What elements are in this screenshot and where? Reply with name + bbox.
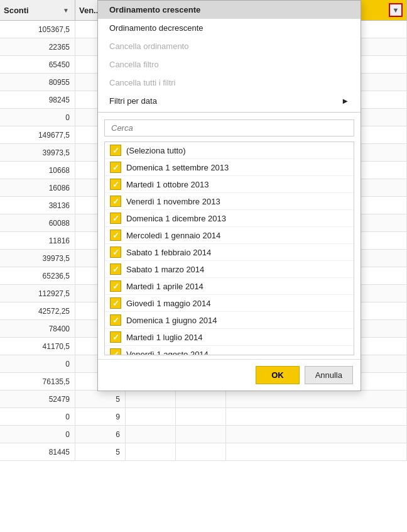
checkbox-check: ✓ — [112, 147, 119, 155]
checkbox-label: Sabato 1 febbraio 2014 — [126, 248, 211, 257]
checkbox-box: ✓ — [110, 297, 121, 309]
cell-sconti: 149677,5 — [0, 126, 75, 143]
cell-sconti: 0 — [0, 426, 75, 443]
cell-cogs — [126, 443, 176, 460]
cell-date — [226, 391, 407, 407]
checkbox-check: ✓ — [112, 197, 119, 206]
checkbox-check: ✓ — [112, 282, 119, 291]
checkbox-check: ✓ — [112, 180, 119, 189]
cell-sconti: 0 — [0, 109, 75, 126]
cell-date — [226, 443, 407, 460]
checkbox-check: ✓ — [112, 265, 119, 274]
table-row: 0 6 — [0, 426, 407, 443]
cell-cogs — [126, 391, 176, 407]
cell-sconti: 10668 — [0, 162, 75, 179]
checkbox-label: Sabato 1 marzo 2014 — [126, 265, 204, 274]
cell-sconti: 39973,5 — [0, 144, 75, 161]
cell-ven: 9 — [75, 408, 126, 425]
checkbox-label: (Seleziona tutto) — [126, 146, 186, 155]
cell-sconti: 65450 — [0, 56, 75, 73]
checkbox-check: ✓ — [112, 316, 119, 324]
checkbox-label: Domenica 1 giugno 2014 — [126, 316, 217, 325]
checkbox-item[interactable]: ✓ Sabato 1 febbraio 2014 — [105, 244, 354, 261]
checkbox-item[interactable]: ✓ Domenica 1 settembre 2013 — [105, 159, 354, 176]
checkbox-label: Venerdì 1 novembre 2013 — [126, 197, 220, 206]
checkbox-item[interactable]: ✓ Martedì 1 luglio 2014 — [105, 329, 354, 346]
checkbox-label: Venerdì 1 agosto 2014 — [126, 350, 209, 356]
checkbox-box: ✓ — [110, 280, 121, 292]
checkbox-item[interactable]: ✓ Venerdì 1 novembre 2013 — [105, 193, 354, 210]
checkbox-label: Giovedì 1 maggio 2014 — [126, 299, 210, 308]
checkbox-box: ✓ — [110, 263, 121, 275]
dropdown-menu: Ordinamento crescenteOrdinamento decresc… — [97, 0, 361, 391]
cell-sconti: 60088 — [0, 214, 75, 231]
cell-profitto — [176, 391, 226, 407]
cell-cogs — [126, 426, 176, 443]
cell-sconti: 42572,25 — [0, 302, 75, 319]
menu-divider — [98, 112, 361, 113]
menu-item[interactable]: Ordinamento crescente — [98, 1, 361, 19]
checkbox-item[interactable]: ✓ Venerdì 1 agosto 2014 — [105, 346, 354, 355]
checkbox-box: ✓ — [110, 230, 121, 241]
checkbox-box: ✓ — [110, 162, 121, 173]
checkbox-box: ✓ — [110, 145, 121, 156]
checkbox-item[interactable]: ✓ Domenica 1 giugno 2014 — [105, 312, 354, 329]
checkbox-item[interactable]: ✓ Martedì 1 aprile 2014 — [105, 278, 354, 295]
checkbox-check: ✓ — [112, 214, 119, 223]
checkbox-item[interactable]: ✓ Sabato 1 marzo 2014 — [105, 261, 354, 278]
checkbox-check: ✓ — [112, 231, 119, 240]
cell-sconti: 105367,5 — [0, 21, 75, 38]
menu-item[interactable]: Ordinamento decrescente — [98, 19, 361, 37]
checkbox-label: Martedì 1 luglio 2014 — [126, 333, 202, 342]
cell-sconti: 39973,5 — [0, 250, 75, 267]
col-header-sconti: Sconti ▼ — [0, 0, 75, 20]
menu-item: Cancella filtro — [98, 55, 361, 74]
checkbox-item[interactable]: ✓ (Seleziona tutto) — [105, 142, 354, 159]
checkbox-item[interactable]: ✓ Giovedì 1 maggio 2014 — [105, 295, 354, 312]
checkbox-box: ✓ — [110, 213, 121, 224]
checkbox-item[interactable]: ✓ Martedì 1 ottobre 2013 — [105, 176, 354, 193]
cell-profitto — [176, 408, 226, 425]
checkbox-check: ✓ — [112, 299, 119, 308]
menu-item: Cancella ordinamento — [98, 37, 361, 55]
cell-ven: 5 — [75, 443, 126, 460]
cell-sconti: 38136 — [0, 197, 75, 214]
ok-button[interactable]: OK — [256, 366, 300, 384]
cell-sconti: 76135,5 — [0, 373, 75, 390]
filter-btn-sconti[interactable]: ▼ — [61, 5, 71, 15]
col-label-sconti: Sconti — [4, 6, 29, 15]
cell-sconti: 41170,5 — [0, 338, 75, 355]
cell-sconti: 0 — [0, 355, 75, 372]
checkbox-list: ✓ (Seleziona tutto) ✓ Domenica 1 settemb… — [104, 141, 354, 355]
checkbox-box: ✓ — [110, 196, 121, 207]
menu-item: Cancella tutti i filtri — [98, 74, 361, 92]
checkbox-box: ✓ — [110, 331, 121, 343]
cell-sconti: 11816 — [0, 232, 75, 249]
cell-sconti: 112927,5 — [0, 285, 75, 302]
cell-sconti: 81445 — [0, 443, 75, 460]
checkbox-check: ✓ — [112, 350, 119, 356]
cancel-button[interactable]: Annulla — [305, 366, 353, 384]
cell-sconti: 78400 — [0, 320, 75, 337]
checkbox-label: Martedì 1 aprile 2014 — [126, 282, 204, 291]
search-area — [98, 114, 361, 141]
menu-items: Ordinamento crescenteOrdinamento decresc… — [98, 1, 361, 110]
search-input[interactable] — [104, 119, 354, 136]
menu-item[interactable]: Filtri per data► — [98, 92, 361, 110]
table-row: 81445 5 — [0, 443, 407, 461]
cell-sconti: 98245 — [0, 91, 75, 108]
cell-sconti: 16086 — [0, 179, 75, 196]
arrow-icon: ► — [341, 96, 349, 106]
cell-date — [226, 426, 407, 443]
cell-cogs — [126, 408, 176, 425]
checkbox-check: ✓ — [112, 333, 119, 341]
checkbox-item[interactable]: ✓ Mercoledì 1 gennaio 2014 — [105, 227, 354, 244]
checkbox-label: Domenica 1 dicembre 2013 — [126, 214, 226, 223]
filter-btn-date[interactable]: ▼ — [389, 3, 403, 17]
cell-profitto — [176, 426, 226, 443]
checkbox-item[interactable]: ✓ Domenica 1 dicembre 2013 — [105, 210, 354, 227]
table-row: 52479 5 — [0, 391, 407, 408]
table-row: 0 9 — [0, 408, 407, 426]
checkbox-check: ✓ — [112, 248, 119, 257]
cell-profitto — [176, 443, 226, 460]
